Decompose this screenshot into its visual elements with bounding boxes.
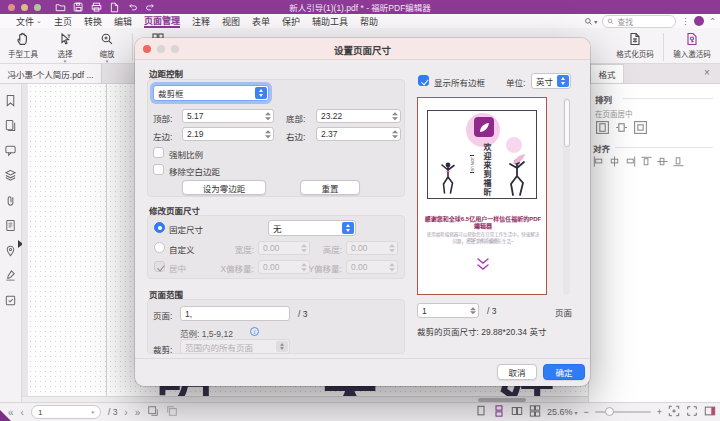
menu-file[interactable]: 文件⌄	[16, 14, 42, 28]
align-center-horizontal-icon[interactable]	[608, 154, 621, 169]
reset-button[interactable]: 重置	[300, 180, 360, 195]
remove-white-margins-checkbox[interactable]	[153, 164, 164, 175]
info-icon[interactable]: i	[250, 327, 259, 336]
preview-page-input[interactable]: 1	[417, 303, 479, 318]
reading-mode-icon[interactable]	[704, 405, 716, 419]
stepper-icon[interactable]	[392, 130, 398, 138]
align-left-icon[interactable]	[592, 154, 605, 169]
menu-edit[interactable]: 编辑	[114, 14, 132, 28]
align-bottom-icon[interactable]	[672, 154, 685, 169]
hand-tool-button[interactable]: 手型工具	[4, 30, 42, 59]
zoom-window-button[interactable]	[34, 4, 41, 11]
fullscreen-icon[interactable]	[686, 405, 698, 419]
select-tool-button[interactable]: 选择 ▾	[46, 30, 84, 63]
center-both-icon[interactable]	[633, 120, 648, 135]
margin-box-type-dropdown[interactable]: 裁剪框	[153, 85, 269, 101]
facing-view-icon[interactable]	[511, 405, 523, 419]
signatures-icon[interactable]	[4, 269, 17, 282]
redo-icon[interactable]	[145, 2, 156, 13]
zoom-tool-button[interactable]: 缩放 ▾	[88, 30, 126, 63]
cancel-button[interactable]: 取消	[497, 364, 537, 380]
zoom-slider-thumb[interactable]	[605, 407, 614, 416]
left-margin-input[interactable]: 2.19	[182, 127, 274, 141]
center-horizontal-icon[interactable]	[595, 120, 610, 135]
stepper-icon[interactable]	[265, 130, 271, 138]
menu-help[interactable]: 帮助	[360, 14, 378, 28]
page-thumbnails-icon[interactable]	[4, 119, 17, 132]
previous-view-icon[interactable]	[147, 405, 159, 419]
new-document-icon[interactable]	[109, 2, 120, 13]
attachments-icon[interactable]	[4, 194, 17, 207]
format-panel-tab[interactable]: 格式	[590, 64, 624, 83]
page-number-input[interactable]: 1 ▾	[31, 405, 101, 419]
page-range-input[interactable]: 1,	[180, 306, 290, 321]
align-middle-icon[interactable]	[656, 154, 669, 169]
close-panel-icon[interactable]: ×	[704, 67, 710, 78]
menu-page-management[interactable]: 页面管理	[144, 14, 180, 28]
zoom-level-dropdown[interactable]: 25.6% ▾	[547, 407, 578, 417]
center-vertical-icon[interactable]	[614, 120, 629, 135]
menu-comment[interactable]: 注释	[192, 14, 210, 28]
align-right-icon[interactable]	[624, 154, 637, 169]
next-view-icon[interactable]	[166, 405, 178, 419]
preview-scrollbar[interactable]	[563, 97, 570, 295]
last-page-button[interactable]: »	[135, 407, 141, 418]
menu-form[interactable]: 表单	[252, 14, 270, 28]
fixed-size-dropdown[interactable]: 无	[268, 220, 356, 236]
zoom-in-button[interactable]: +	[657, 407, 662, 417]
zoom-slider[interactable]	[595, 411, 651, 414]
undo-icon[interactable]	[127, 2, 138, 13]
print-icon[interactable]	[91, 2, 102, 13]
account-avatar[interactable]	[694, 16, 704, 26]
continuous-facing-view-icon[interactable]	[529, 405, 541, 419]
close-window-button[interactable]	[8, 4, 15, 11]
enter-activation-code-button[interactable]: 输入激活码	[670, 30, 714, 61]
menu-protect[interactable]: 保护	[282, 14, 300, 28]
continuous-view-icon[interactable]	[493, 405, 505, 419]
bottom-margin-input[interactable]: 23.22	[316, 109, 401, 123]
ok-button[interactable]: 确定	[543, 364, 585, 380]
stepper-icon[interactable]	[392, 112, 398, 120]
open-file-icon[interactable]	[55, 2, 66, 13]
save-icon[interactable]	[73, 2, 84, 13]
align-top-icon[interactable]	[640, 154, 653, 169]
preview-scrollbar-thumb[interactable]	[564, 99, 570, 147]
first-page-button[interactable]: «	[8, 407, 14, 418]
dropdown-arrows-icon[interactable]	[255, 87, 267, 99]
menu-view[interactable]: 视图	[222, 14, 240, 28]
stepper-icon[interactable]	[265, 112, 271, 120]
unit-dropdown[interactable]: 英寸	[531, 73, 571, 89]
top-margin-input[interactable]: 5.17	[182, 109, 274, 123]
previous-page-button[interactable]: ‹	[21, 407, 24, 418]
form-fields-icon[interactable]	[4, 294, 17, 307]
comments-icon[interactable]	[4, 144, 17, 157]
minimize-window-button[interactable]	[21, 4, 28, 11]
single-page-view-icon[interactable]	[475, 405, 487, 419]
zoom-out-button[interactable]: −	[583, 407, 588, 417]
fixed-size-radio[interactable]	[154, 222, 165, 233]
stepper-icon[interactable]	[470, 307, 476, 315]
destinations-icon[interactable]	[4, 244, 17, 257]
collapse-toolbar-icon[interactable]: ⌃	[709, 17, 716, 26]
more-options-icon[interactable]: ⋮	[681, 17, 689, 26]
menu-convert[interactable]: 转换	[84, 14, 102, 28]
menu-accessibility-tools[interactable]: 辅助工具	[312, 14, 348, 28]
bookmarks-icon[interactable]	[4, 94, 17, 107]
search-input[interactable]: 查找	[602, 15, 676, 28]
set-zero-margins-button[interactable]: 设为零边距	[182, 180, 266, 195]
dropdown-arrows-icon[interactable]	[342, 222, 354, 234]
format-page-number-button[interactable]: 格式化页码	[613, 30, 657, 61]
search-mode-icon[interactable]: ▾	[584, 17, 597, 26]
doc-tab-resume[interactable]: 冯小惠-个人简历.pdf ...	[0, 64, 102, 83]
right-margin-input[interactable]: 2.37	[316, 127, 401, 141]
constrain-proportions-checkbox[interactable]	[153, 147, 164, 158]
next-page-button[interactable]: ›	[124, 407, 127, 418]
layers-icon[interactable]	[4, 169, 17, 182]
custom-size-radio[interactable]	[154, 242, 165, 253]
show-all-borders-checkbox[interactable]	[418, 75, 429, 86]
toolbar-separator	[663, 33, 664, 61]
dropdown-arrows-icon[interactable]	[557, 75, 569, 87]
fit-page-icon[interactable]	[668, 405, 680, 419]
articles-icon[interactable]	[4, 219, 17, 232]
menu-home[interactable]: 主页	[54, 14, 72, 28]
